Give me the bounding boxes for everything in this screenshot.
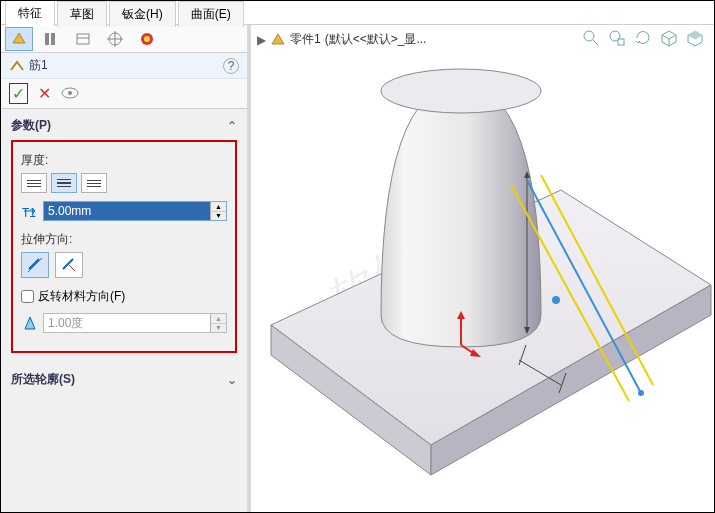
thickness-field[interactable] (44, 202, 210, 220)
thick-right[interactable] (81, 173, 107, 193)
panel-tab-display[interactable] (69, 27, 97, 51)
ok-button[interactable]: ✓ (9, 83, 28, 104)
svg-point-16 (381, 69, 541, 113)
property-manager: 筋1 ? ✓ ✕ 参数(P) ⌃ 厚度: T1 (1, 25, 247, 512)
svg-point-12 (584, 31, 594, 41)
highlighted-params: 厚度: T1 ▲▼ 拉伸方向: (11, 140, 237, 353)
params-heading-label: 参数(P) (11, 117, 51, 134)
section-icon[interactable] (686, 29, 704, 50)
ribbon-tabs: 特征 草图 钣金(H) 曲面(E) (1, 1, 714, 25)
profile-heading-label: 所选轮廓(S) (11, 371, 75, 388)
svg-point-10 (68, 91, 72, 95)
svg-rect-1 (51, 33, 55, 45)
dir-parallel[interactable] (21, 252, 49, 278)
reverse-label: 反转材料方向(F) (38, 288, 125, 305)
model-render (251, 25, 715, 513)
part-icon (270, 32, 286, 48)
rib-icon (9, 58, 25, 74)
panel-tab-config[interactable] (37, 27, 65, 51)
reverse-checkbox-row[interactable]: 反转材料方向(F) (21, 288, 227, 305)
tab-sheetmetal[interactable]: 钣金(H) (109, 1, 176, 27)
preview-toggle[interactable] (61, 86, 79, 102)
params-heading[interactable]: 参数(P) ⌃ (7, 115, 241, 136)
direction-label: 拉伸方向: (21, 231, 227, 248)
svg-rect-2 (77, 34, 89, 44)
thickness-value-row: T1 ▲▼ (21, 201, 227, 221)
cancel-button[interactable]: ✕ (38, 84, 51, 103)
reverse-checkbox[interactable] (21, 290, 34, 303)
tab-surface[interactable]: 曲面(E) (178, 1, 244, 27)
feature-title: 筋1 (29, 57, 223, 74)
panel-tab-appear[interactable] (133, 27, 161, 51)
feature-header: 筋1 ? (1, 53, 247, 79)
breadcrumb: ▶ 零件1 (默认<<默认>_显... (257, 31, 426, 48)
thickness-label: 厚度: (21, 152, 227, 169)
profile-heading[interactable]: 所选轮廓(S) ⌄ (7, 369, 241, 390)
panel-tab-feature[interactable] (5, 27, 33, 51)
direction-buttons (21, 252, 227, 278)
thick-both[interactable] (51, 173, 77, 193)
panel-tab-pos[interactable] (101, 27, 129, 51)
model-viewport[interactable]: ▶ 零件1 (默认<<默认>_显... 软件自学网 (251, 25, 714, 512)
thickness-icon: T1 (21, 202, 39, 220)
profile-section: 所选轮廓(S) ⌄ (1, 363, 247, 396)
params-section: 参数(P) ⌃ 厚度: T1 ▲▼ 拉伸方向: (1, 109, 247, 363)
draft-field (44, 314, 210, 332)
svg-line-13 (593, 40, 598, 45)
svg-rect-15 (618, 39, 624, 45)
breadcrumb-arrow-icon[interactable]: ▶ (257, 33, 266, 47)
breadcrumb-part[interactable]: 零件1 (290, 31, 321, 48)
draft-input[interactable]: ▲▼ (43, 313, 227, 333)
thickness-input[interactable]: ▲▼ (43, 201, 227, 221)
dir-normal[interactable] (55, 252, 83, 278)
zoom-fit-icon[interactable] (582, 29, 600, 50)
tab-features[interactable]: 特征 (5, 0, 55, 27)
thick-left[interactable] (21, 173, 47, 193)
collapse-icon: ⌃ (227, 119, 237, 133)
view-toolbar (582, 29, 704, 50)
thickness-mode (21, 173, 227, 193)
breadcrumb-config: (默认<<默认>_显... (325, 31, 427, 48)
tab-sketch[interactable]: 草图 (57, 1, 107, 27)
help-button[interactable]: ? (223, 58, 239, 74)
rotate-icon[interactable] (634, 29, 652, 50)
draft-value-row: ▲▼ (21, 313, 227, 333)
confirm-bar: ✓ ✕ (1, 79, 247, 109)
svg-rect-0 (45, 33, 49, 45)
view-cube-icon[interactable] (660, 29, 678, 50)
draft-spinner[interactable]: ▲▼ (210, 314, 226, 332)
thickness-spinner[interactable]: ▲▼ (210, 202, 226, 220)
draft-icon (21, 314, 39, 332)
expand-icon: ⌄ (227, 373, 237, 387)
panel-tab-bar (1, 25, 247, 53)
zoom-area-icon[interactable] (608, 29, 626, 50)
svg-point-27 (638, 390, 644, 396)
svg-text:T1: T1 (22, 206, 36, 219)
svg-point-26 (552, 296, 560, 304)
svg-point-8 (144, 36, 150, 42)
